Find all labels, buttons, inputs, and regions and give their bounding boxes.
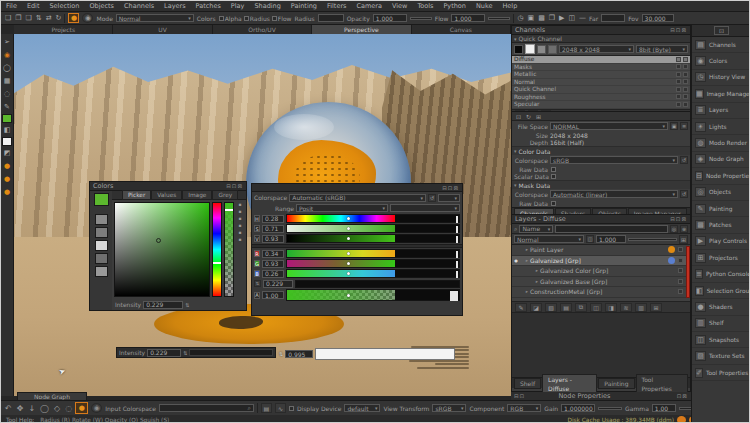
slider-intensity-bar[interactable] bbox=[295, 280, 460, 288]
channel-size-dropdown[interactable]: 2048 x 2048▾ bbox=[559, 45, 634, 53]
mask-colorspace-dropdown[interactable]: Automatic (linear)▾ bbox=[550, 190, 678, 198]
viewport-tab-perspective[interactable]: Perspective bbox=[312, 25, 411, 34]
sidebar-item-selection-groups[interactable]: ◧Selection Groups bbox=[692, 283, 750, 299]
colorspace-prop-dropdown[interactable]: sRGB▾ bbox=[550, 156, 678, 164]
add-procedural-icon[interactable]: ▧ bbox=[545, 303, 557, 312]
colors-tab-grey[interactable]: Grey bbox=[212, 190, 238, 200]
color-managed-icon[interactable]: ▤ bbox=[261, 403, 272, 413]
checkbox-alpha[interactable] bbox=[219, 16, 224, 21]
undo-icon[interactable]: ↶ bbox=[5, 404, 12, 413]
grid-tool-icon[interactable]: ▦ bbox=[1, 75, 14, 87]
sv-gradient-square[interactable] bbox=[114, 202, 210, 297]
diamond-node-icon[interactable]: ◇ bbox=[54, 404, 60, 413]
display-device-dropdown[interactable]: default▾ bbox=[344, 404, 380, 412]
swap-colors-icon[interactable]: ◩ bbox=[1, 147, 14, 159]
active-brush-button[interactable]: ● bbox=[75, 402, 88, 414]
blend-mode-dropdown[interactable]: Normal▾ bbox=[514, 235, 584, 243]
checkbox-flow[interactable] bbox=[272, 16, 277, 21]
paint-brush-icon[interactable]: ✎ bbox=[1, 101, 14, 113]
colorspace-extra-dropdown[interactable]: ▾ bbox=[438, 194, 460, 202]
channel-row[interactable]: Specular bbox=[512, 101, 690, 109]
color-swatch[interactable] bbox=[95, 266, 108, 277]
brush-preset-2[interactable]: ● bbox=[1, 173, 14, 185]
menu-view[interactable]: View bbox=[387, 2, 412, 10]
import-icon[interactable]: ⇅ bbox=[36, 14, 42, 22]
slider-value-v[interactable]: 0.93 bbox=[262, 235, 284, 243]
brush-preset-1[interactable]: ● bbox=[1, 160, 14, 172]
alpha-slider[interactable] bbox=[286, 289, 460, 301]
input-colorspace-field[interactable]: ⌕ bbox=[159, 404, 254, 412]
add-adjustment-icon[interactable]: ◪ bbox=[530, 303, 542, 312]
channel-row[interactable]: Normal bbox=[512, 79, 690, 87]
pan-icon[interactable]: ✥ bbox=[17, 404, 24, 413]
channel-visibility-toggle[interactable] bbox=[676, 79, 681, 84]
colorspace-prop-reset[interactable]: ↺ bbox=[680, 156, 688, 164]
flow-field[interactable]: 1.000 bbox=[451, 14, 485, 22]
alpha-strip[interactable] bbox=[224, 202, 234, 297]
status-paint-icon[interactable] bbox=[677, 416, 686, 423]
brush-preset-3[interactable]: ● bbox=[1, 186, 14, 198]
channel-row[interactable]: Metallic bbox=[512, 71, 690, 79]
file-space-lock-icon[interactable]: ▣ bbox=[670, 122, 678, 130]
eraser-tool-button[interactable]: ◉ bbox=[82, 13, 93, 23]
sidebar-item-tool-properties[interactable]: ✐Tool Properties bbox=[692, 365, 750, 381]
export-icon[interactable]: ⇄ bbox=[46, 14, 52, 22]
snapshot-icon[interactable]: ⊡ bbox=[516, 113, 521, 120]
circle-select-icon[interactable]: ◯ bbox=[40, 404, 49, 413]
layer-search-field[interactable] bbox=[555, 225, 668, 233]
channel-swatch-white[interactable] bbox=[525, 44, 535, 54]
viewport-tab-uv[interactable]: UV bbox=[113, 25, 212, 34]
dashed-circle-icon[interactable]: ◌ bbox=[65, 404, 72, 413]
layer-expand-arrow[interactable]: ▸ bbox=[520, 289, 528, 294]
layers-icon[interactable]: ❒ bbox=[549, 14, 555, 22]
line-icon[interactable]: — bbox=[579, 14, 586, 22]
floating-value-stepper[interactable]: ⇅ bbox=[279, 351, 283, 357]
lock-icon[interactable]: ▥ bbox=[635, 303, 647, 312]
far-field[interactable] bbox=[601, 14, 625, 22]
select-tool-icon[interactable]: ◉ bbox=[1, 49, 14, 61]
add-paint-layer-icon[interactable]: ✎ bbox=[515, 303, 527, 312]
slider-value-g[interactable]: 0.93 bbox=[262, 260, 284, 268]
layer-expand-arrow[interactable]: ▸ bbox=[520, 279, 538, 284]
slider-handle[interactable] bbox=[347, 272, 350, 275]
layer-row[interactable]: ▸Paint Layer bbox=[512, 245, 690, 256]
sidebar-item-objects[interactable]: ◎Objects bbox=[692, 185, 750, 201]
sidebar-item-projectors[interactable]: ⊞Projectors bbox=[692, 250, 750, 266]
channel-depth-dropdown[interactable]: 8bit (Byte)▾ bbox=[636, 45, 688, 53]
slider-handle[interactable] bbox=[347, 237, 350, 240]
paint-tool-button[interactable]: ● bbox=[68, 13, 79, 23]
colors-tab-image[interactable]: Image bbox=[182, 190, 212, 200]
sidebar-item-colors[interactable]: ◉Colors bbox=[692, 53, 750, 69]
slider-value-b[interactable]: 0.26 bbox=[262, 270, 284, 278]
panel-tab-painting[interactable]: Painting bbox=[598, 378, 634, 389]
floating-intensity-bar[interactable] bbox=[189, 349, 273, 356]
color-swatch[interactable] bbox=[95, 240, 108, 251]
sidebar-item-channels[interactable]: ▤Channels bbox=[692, 37, 750, 53]
gain-slider[interactable] bbox=[598, 407, 622, 410]
channel-row[interactable]: Quick Channel bbox=[512, 86, 690, 94]
menu-shading[interactable]: Shading bbox=[249, 2, 285, 10]
range-dropdown[interactable]: Posit▾ bbox=[296, 204, 388, 212]
gradient-tool-icon[interactable]: ◧ bbox=[1, 124, 14, 136]
slider-value-h[interactable]: 0.28 bbox=[262, 215, 284, 223]
layer-expand-arrow[interactable]: ▸ bbox=[520, 247, 528, 252]
sidebar-item-play-controls[interactable]: ▶Play Controls bbox=[692, 234, 750, 250]
viewport-tab-ortho-uv[interactable]: Ortho/UV bbox=[213, 25, 312, 34]
flow-slider[interactable] bbox=[488, 17, 510, 20]
cache-icon[interactable]: ≋ bbox=[620, 303, 632, 312]
layer-expand-arrow[interactable]: ▸ bbox=[520, 258, 528, 263]
layers-scrollbar[interactable] bbox=[686, 246, 690, 298]
floating-intensity-field[interactable]: 0.229 bbox=[147, 349, 181, 357]
new-project-icon[interactable]: ❏ bbox=[5, 14, 11, 22]
display-icon[interactable]: ▣ bbox=[528, 14, 535, 22]
mask-data-header[interactable]: Mask Data bbox=[519, 182, 551, 189]
gamma-field[interactable]: 1.00 bbox=[652, 404, 676, 412]
layer-filter-icon[interactable]: ◎ bbox=[670, 225, 678, 233]
channel-row[interactable]: Roughness bbox=[512, 94, 690, 102]
display-checkbox[interactable] bbox=[289, 406, 294, 411]
colors-tab-values[interactable]: Values bbox=[151, 190, 182, 200]
slider-handle[interactable] bbox=[347, 217, 350, 220]
channel-visibility-toggle[interactable] bbox=[676, 102, 681, 107]
panel-tab-shelf[interactable]: Shelf bbox=[514, 378, 541, 389]
menu-python[interactable]: Python bbox=[438, 2, 471, 10]
